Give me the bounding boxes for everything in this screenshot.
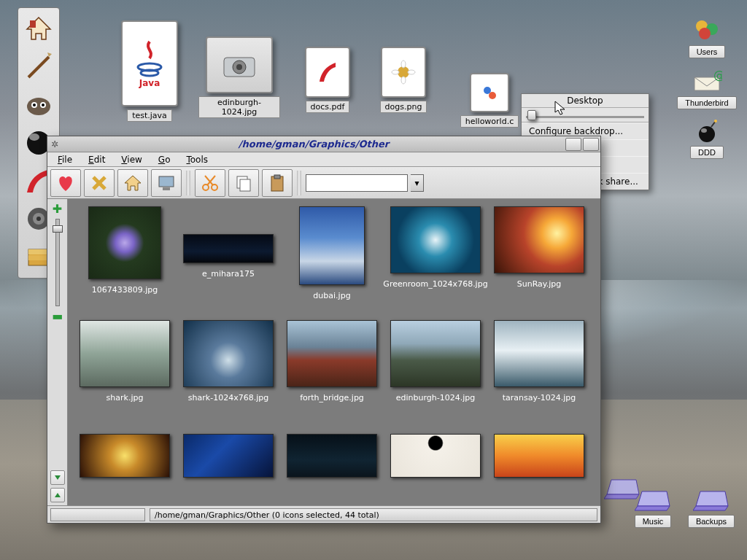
svg-marker-53	[55, 475, 61, 480]
folder-backups-label: Backups	[688, 515, 735, 528]
toolbar-path-input[interactable]	[306, 174, 408, 192]
thumb-label: edinburgh-1024.jpg	[396, 393, 476, 402]
users-button-label: Users	[689, 45, 726, 58]
folder-icon	[604, 472, 640, 500]
toolbar-paste-button[interactable]	[262, 169, 293, 197]
thumb-label: shark-747x560.jpg	[188, 393, 268, 402]
thumb-item[interactable]: shark-747x560.jpg	[179, 320, 278, 429]
zoom-in-icon[interactable]: ✚	[53, 202, 62, 216]
thumb-item[interactable]: forth_bridge.jpg	[282, 320, 382, 429]
svg-point-7	[33, 104, 36, 106]
thumb-item[interactable]	[75, 434, 174, 505]
side-nav-up[interactable]	[50, 488, 65, 502]
dock-home-icon[interactable]	[22, 12, 55, 46]
thumb-item[interactable]: shark.jpg	[75, 320, 174, 429]
dock-gimp-icon[interactable]	[22, 88, 55, 122]
chevron-up-icon	[53, 491, 62, 499]
svg-point-22	[236, 64, 242, 70]
svg-point-25	[401, 77, 406, 84]
dock-pen-icon[interactable]	[22, 50, 55, 84]
camera-icon	[221, 50, 258, 79]
svg-text:Java: Java	[139, 78, 160, 88]
desktop-file-docs-pdf[interactable]: docs.pdf	[299, 47, 356, 113]
pdf-icon	[318, 61, 337, 83]
svg-rect-16	[28, 255, 49, 260]
toolbar-path-dropdown[interactable]: ▾	[411, 174, 424, 192]
desktop-file-label: helloworld.c	[460, 115, 519, 128]
chevron-down-icon	[53, 473, 62, 482]
svg-point-26	[392, 70, 399, 74]
svg-rect-1	[30, 20, 36, 28]
thumb-item[interactable]: dubai.jpg	[282, 206, 382, 316]
ddd-button-label: DDD	[690, 146, 724, 159]
desktop-file-dogs-png[interactable]: dogs.png	[375, 47, 432, 113]
desktop-file-helloworld-c[interactable]: helloworld.c	[460, 73, 519, 128]
thumb-item[interactable]	[179, 434, 278, 505]
toolbar-copy-button[interactable]	[228, 169, 259, 197]
folder-partial[interactable]	[595, 472, 649, 503]
menu-tools[interactable]: Tools	[186, 155, 208, 165]
filer-toolbar: ▾	[47, 167, 600, 199]
svg-marker-42	[125, 176, 141, 190]
svg-point-36	[701, 128, 707, 133]
svg-point-32	[699, 28, 711, 39]
filer-title-path: /home/gman/Graphics/Other	[62, 139, 565, 149]
status-slot-left	[50, 508, 145, 521]
toolbar-close-button[interactable]	[84, 169, 115, 197]
thumb-label: forth_bridge.jpg	[300, 393, 364, 402]
copy-icon	[234, 174, 253, 192]
side-nav-down[interactable]	[50, 470, 65, 485]
desktop-file-label: test.java	[127, 109, 172, 122]
toolbar-favorite-button[interactable]	[50, 169, 81, 197]
filer-menubar: File Edit View Go Tools	[47, 152, 600, 167]
window-button-2[interactable]	[583, 138, 599, 151]
svg-point-4	[27, 98, 50, 115]
java-logo-icon: Java	[131, 38, 168, 89]
zoom-slider[interactable]	[55, 219, 60, 306]
svg-point-13	[36, 217, 41, 221]
svg-point-35	[699, 126, 715, 142]
ddd-launcher[interactable]: DDD	[680, 118, 734, 159]
users-launcher[interactable]: Users	[680, 18, 734, 58]
desktop-file-label: edinburgh-1024.jpg	[198, 96, 280, 118]
svg-marker-54	[55, 493, 61, 497]
thumb-item[interactable]: e_mihara175	[179, 206, 278, 316]
filer-window: ✲ /home/gman/Graphics/Other File Edit Vi…	[47, 136, 601, 524]
clipboard-icon	[268, 174, 286, 192]
thumb-item[interactable]	[282, 434, 382, 505]
thumb-item[interactable]: edinburgh-1024.jpg	[386, 320, 485, 429]
toolbar-cut-button[interactable]	[195, 169, 225, 197]
menu-file[interactable]: File	[58, 155, 72, 165]
filer-thumbnail-area[interactable]: 1067433809.jpg e_mihara175 dubai.jpg Gre…	[68, 199, 600, 505]
folder-backups[interactable]: Backups	[684, 484, 738, 528]
context-menu-slider[interactable]	[522, 108, 649, 122]
thumb-label: SunRay.jpg	[517, 279, 562, 289]
thumb-item[interactable]	[386, 434, 485, 505]
home-icon	[123, 174, 142, 192]
svg-rect-15	[28, 249, 49, 254]
toolbar-computer-button[interactable]	[151, 169, 182, 197]
toolbar-home-button[interactable]	[117, 169, 148, 197]
desktop-file-label: docs.pdf	[306, 101, 350, 113]
desktop-file-edinburgh[interactable]: edinburgh-1024.jpg	[198, 36, 280, 118]
thumb-item[interactable]: Greenroom_1024x768.jpg	[386, 206, 485, 316]
heart-icon	[55, 174, 76, 192]
filer-titlebar[interactable]: ✲ /home/gman/Graphics/Other	[47, 136, 600, 152]
window-button-1[interactable]	[565, 138, 581, 151]
thumb-item[interactable]: 1067433809.jpg	[75, 206, 174, 316]
users-icon	[692, 18, 722, 42]
thumb-item[interactable]: SunRay.jpg	[489, 206, 589, 316]
menu-go[interactable]: Go	[158, 155, 171, 165]
zoom-out-icon[interactable]: ▬	[52, 309, 63, 323]
menu-view[interactable]: View	[121, 155, 142, 165]
window-menu-icon[interactable]: ✲	[47, 139, 62, 149]
desktop-file-test-java[interactable]: Java test.java	[117, 20, 182, 122]
filer-side-controls: ✚ ▬	[47, 199, 68, 505]
thumb-item[interactable]: taransay-1024.jpg	[489, 320, 589, 429]
thunderbird-launcher[interactable]: @ Thunderbird	[677, 70, 737, 109]
c-source-icon	[481, 85, 498, 101]
svg-point-29	[489, 92, 496, 99]
thumb-item[interactable]	[489, 434, 589, 505]
menu-edit[interactable]: Edit	[88, 155, 105, 165]
svg-point-24	[401, 61, 406, 68]
